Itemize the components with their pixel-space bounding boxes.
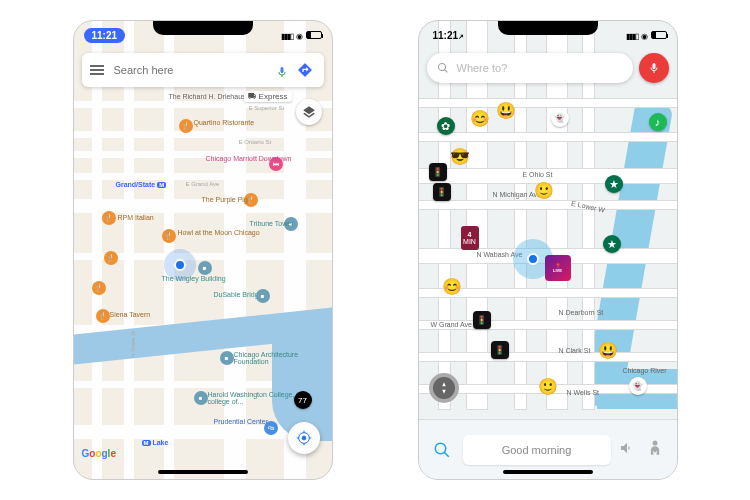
poi-quartino-pin[interactable] <box>179 119 193 133</box>
status-bar: 11:21↗ <box>419 21 677 49</box>
wazer-icon-7[interactable]: 🙂 <box>539 377 557 395</box>
sound-icon[interactable] <box>619 440 637 460</box>
svg-point-3 <box>652 440 657 445</box>
svg-point-2 <box>435 443 446 454</box>
poi-caf-label: Chicago Architecture Foundation <box>234 351 332 365</box>
poi-harold-label: Harold Washington College, City college … <box>208 391 332 405</box>
user-location-dot <box>174 259 186 271</box>
street-n-dearborn: N Dearborn St <box>559 309 604 316</box>
wazer-icon-3[interactable]: 😎 <box>451 147 469 165</box>
poi-starbucks-icon-1[interactable]: ★ <box>605 175 623 193</box>
wazer-icon-8[interactable]: 👻 <box>629 377 647 395</box>
transit-grand-state[interactable]: Grand/State M <box>116 181 167 188</box>
poi-rpm-pin[interactable] <box>102 211 116 225</box>
signal-icon <box>281 30 293 41</box>
transit-lake[interactable]: M Lake <box>142 439 169 446</box>
poi-wrigley-label: The Wrigley Building <box>162 275 226 282</box>
street-w-grand: W Grand Ave <box>431 321 473 328</box>
notch <box>498 21 598 35</box>
layers-button[interactable] <box>296 99 322 125</box>
poi-tribune-label: Tribune Tower <box>250 220 294 227</box>
street-n-wells: N Wells St <box>567 389 600 396</box>
poi-rpm-label: RPM Italian <box>118 214 154 221</box>
recenter-button[interactable] <box>288 422 320 454</box>
poi-food-generic-2[interactable] <box>92 281 106 295</box>
poi-siena-pin[interactable] <box>96 309 110 323</box>
carpool-icon[interactable] <box>645 436 667 464</box>
search-bar[interactable] <box>82 53 324 87</box>
street-n-state: N State St <box>129 330 135 357</box>
signal-icon <box>626 30 638 41</box>
poi-howl-label: Howl at the Moon Chicago <box>178 229 260 236</box>
greeting-label[interactable]: Good morning <box>463 435 611 465</box>
menu-icon[interactable] <box>90 65 104 75</box>
river-chicago-label: Chicago River <box>623 367 667 374</box>
poi-siena-label: Siena Tavern <box>110 311 151 318</box>
street-e-grand: E Grand Ave <box>186 181 220 187</box>
status-time: 11:21 <box>84 28 126 43</box>
poi-food-generic-1[interactable] <box>104 251 118 265</box>
battery-icon <box>651 31 667 39</box>
wifi-icon <box>641 30 648 41</box>
poi-circle-pin[interactable]: 77 <box>294 391 312 409</box>
speed-badge: 4 MIN <box>461 226 479 250</box>
live-event-icon[interactable]: 📍LIVE <box>545 255 571 281</box>
poi-marriott-label: Chicago Marriott Downtown <box>206 155 292 162</box>
svg-point-0 <box>302 436 306 440</box>
wifi-icon <box>296 30 303 41</box>
search-icon <box>437 62 449 74</box>
wazer-icon-5[interactable]: 😊 <box>443 277 461 295</box>
google-logo: Google <box>82 448 116 459</box>
search-button[interactable] <box>429 437 455 463</box>
notch <box>153 21 253 35</box>
map-canvas[interactable] <box>74 21 332 479</box>
waze-phone: E Ohio St N Michigan Ave E Lower W N Wab… <box>418 20 678 480</box>
home-indicator[interactable] <box>158 470 248 474</box>
poi-starbucks-icon-2[interactable]: ★ <box>603 235 621 253</box>
voice-button[interactable] <box>639 53 669 83</box>
poi-wrigley-pin[interactable] <box>198 261 212 275</box>
poi-wholefoods-icon[interactable]: ✿ <box>437 117 455 135</box>
poi-dusable-pin[interactable] <box>256 289 270 303</box>
hazard-icon-1[interactable]: 🚦 <box>429 163 447 181</box>
status-bar: 11:21 <box>74 21 332 49</box>
hazard-icon-3[interactable]: 🚦 <box>473 311 491 329</box>
express-chip[interactable]: Express <box>244 91 291 102</box>
street-e-ohio: E Ohio St <box>523 171 553 178</box>
wazer-icon-6[interactable]: 😃 <box>599 341 617 359</box>
compass-button[interactable] <box>429 373 459 403</box>
poi-howl-pin[interactable] <box>162 229 176 243</box>
wazer-icon[interactable]: 😊 <box>471 109 489 127</box>
street-n-clark: N Clark St <box>559 347 591 354</box>
wazer-icon-2[interactable]: 👻 <box>551 109 569 127</box>
search-placeholder: Where to? <box>457 62 508 74</box>
wazer-mood-icon[interactable]: 😃 <box>497 101 515 119</box>
directions-icon[interactable] <box>294 59 316 81</box>
search-input[interactable] <box>114 64 276 76</box>
poi-prudential-label: Prudential Center <box>214 418 268 425</box>
street-e-superior: E Superior St <box>249 105 285 111</box>
poi-purple-pig-label: The Purple Pig <box>202 196 248 203</box>
poi-quartino-label: Quartino Ristorante <box>194 119 255 126</box>
search-bar[interactable]: Where to? <box>427 53 633 83</box>
poi-caf-pin[interactable] <box>220 351 234 365</box>
status-time: 11:21↗ <box>429 28 469 43</box>
wazer-icon-4[interactable]: 🙂 <box>535 181 553 199</box>
hazard-icon-4[interactable]: 🚦 <box>491 341 509 359</box>
mic-icon[interactable] <box>276 64 288 76</box>
street-e-ontario: E Ontario St <box>239 139 272 145</box>
hazard-icon-2[interactable]: 🚦 <box>433 183 451 201</box>
battery-icon <box>306 31 322 39</box>
home-indicator[interactable] <box>503 470 593 474</box>
spotify-button[interactable]: ♪ <box>649 113 667 131</box>
poi-harold-pin[interactable] <box>194 391 208 405</box>
google-maps-phone: The Richard H. Driehaus Museum Quartino … <box>73 20 333 480</box>
